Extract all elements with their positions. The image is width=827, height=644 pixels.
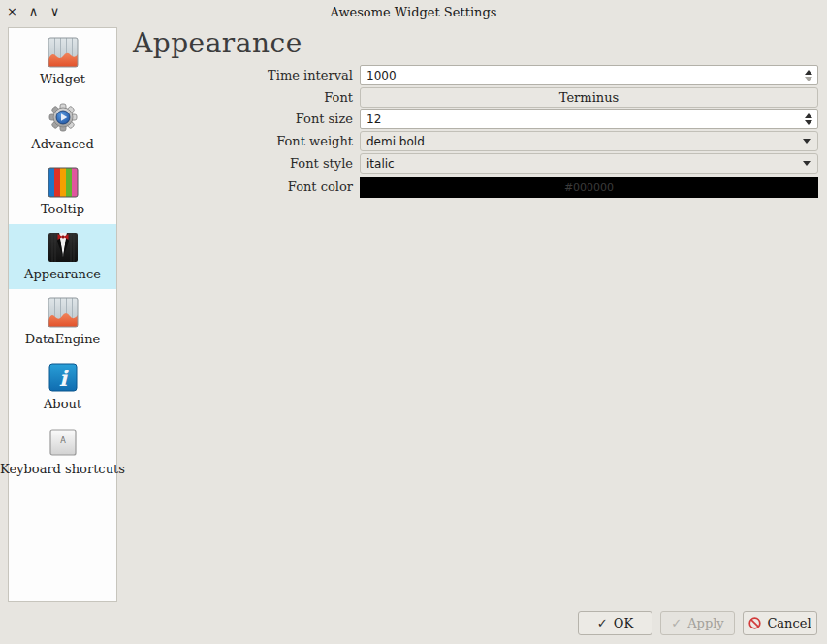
ok-button-label: OK: [614, 616, 633, 630]
sidebar-item-about[interactable]: i About: [9, 354, 116, 419]
time-interval-spinbox[interactable]: 1000: [360, 65, 818, 85]
form-row-font-weight: Font weight demi bold: [136, 131, 818, 151]
chevron-down-icon: [803, 161, 811, 166]
chevron-down-icon: [803, 139, 811, 144]
spin-down-icon[interactable]: [805, 77, 812, 81]
info-icon: i: [48, 362, 79, 393]
tooltip-icon: [48, 167, 79, 198]
sidebar-item-label: Tooltip: [41, 202, 84, 216]
cancel-button-label: Cancel: [767, 616, 811, 630]
form-row-font-style: Font style italic: [136, 153, 818, 174]
sidebar-item-label: Keyboard shortcuts: [0, 462, 125, 476]
tuxedo-icon: [48, 232, 79, 263]
font-size-value: 12: [366, 113, 381, 126]
font-weight-label: Font weight: [136, 131, 360, 151]
sidebar-item-keyboard-shortcuts[interactable]: A Keyboard shortcuts: [9, 419, 116, 484]
font-size-label: Font size: [136, 109, 360, 129]
keyboard-key-icon: A: [48, 427, 79, 458]
time-interval-label: Time interval: [136, 65, 360, 85]
spin-up-icon[interactable]: [805, 113, 812, 118]
spin-down-icon[interactable]: [805, 120, 812, 125]
apply-button-label: Apply: [687, 616, 724, 630]
spin-up-icon[interactable]: [805, 70, 812, 75]
sidebar-item-tooltip[interactable]: Tooltip: [9, 159, 116, 224]
font-name-value: Terminus: [559, 90, 619, 105]
widget-icon: [48, 37, 79, 68]
sidebar-item-label: Advanced: [31, 137, 93, 151]
font-weight-dropdown[interactable]: demi bold: [360, 131, 818, 151]
apply-button[interactable]: ✓ Apply: [660, 611, 735, 635]
font-picker-button[interactable]: Terminus: [360, 87, 818, 108]
font-size-spinbox[interactable]: 12: [360, 109, 818, 129]
font-label: Font: [136, 87, 360, 108]
time-interval-value: 1000: [366, 69, 397, 82]
sidebar-item-label: DataEngine: [25, 332, 101, 346]
sidebar-item-widget[interactable]: Widget: [9, 29, 116, 94]
form-row-font: Font Terminus: [136, 87, 818, 108]
sidebar-item-dataengine[interactable]: DataEngine: [9, 289, 116, 354]
font-weight-value: demi bold: [366, 135, 425, 148]
font-color-value: #000000: [564, 181, 614, 194]
window-title: Awesome Widget Settings: [0, 5, 827, 19]
ok-button[interactable]: ✓ OK: [578, 611, 652, 635]
cancel-icon: [748, 617, 761, 629]
sidebar-item-label: Appearance: [24, 267, 101, 281]
cancel-button[interactable]: Cancel: [743, 611, 817, 635]
page-title: Appearance: [133, 27, 302, 59]
form-row-font-size: Font size 12: [136, 109, 818, 129]
sidebar-item-advanced[interactable]: Advanced: [9, 94, 116, 159]
sidebar-item-label: About: [44, 397, 81, 411]
font-color-label: Font color: [136, 177, 360, 198]
font-style-dropdown[interactable]: italic: [360, 153, 818, 174]
checkmark-icon: ✓: [597, 616, 608, 630]
checkmark-icon: ✓: [671, 616, 682, 630]
gear-icon: [48, 102, 79, 133]
titlebar: × ∧ ∨ Awesome Widget Settings: [0, 0, 827, 25]
form-row-time-interval: Time interval 1000: [136, 65, 818, 85]
svg-text:A: A: [60, 436, 66, 445]
font-color-button[interactable]: #000000: [360, 177, 818, 198]
sidebar-item-label: Widget: [40, 72, 85, 86]
font-style-label: Font style: [136, 153, 360, 174]
spinner-buttons[interactable]: [800, 110, 817, 128]
sidebar: Widget Advanced: [8, 27, 117, 602]
spinner-buttons[interactable]: [800, 66, 817, 84]
sidebar-item-appearance[interactable]: Appearance: [9, 224, 116, 289]
font-style-value: italic: [366, 157, 395, 171]
dataengine-icon: [48, 297, 79, 328]
form-row-font-color: Font color #000000: [136, 177, 818, 198]
